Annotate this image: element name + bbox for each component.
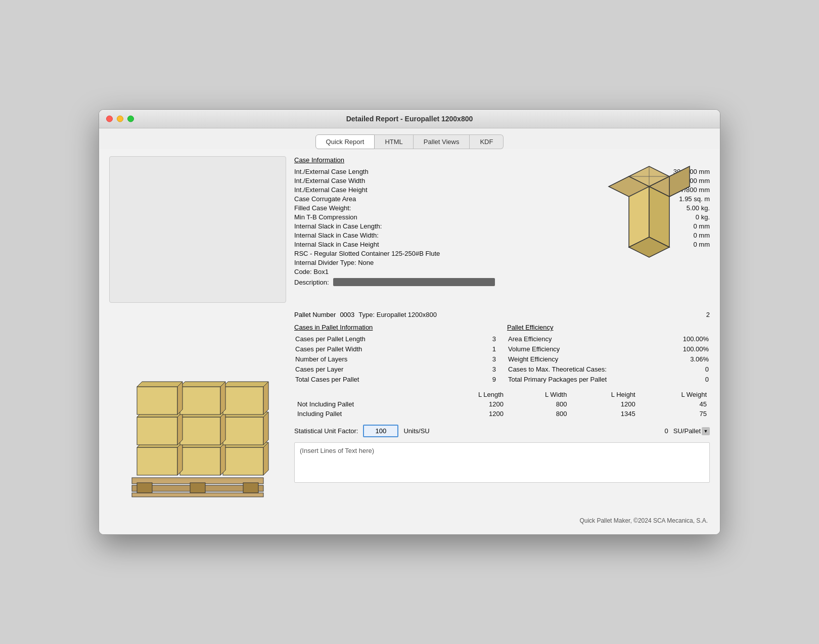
cell-value: 1345 <box>570 409 638 419</box>
chevron-down-icon[interactable]: ▼ <box>702 427 710 435</box>
svg-marker-41 <box>220 382 225 415</box>
col-header <box>294 390 436 399</box>
top-section: Case Information Int./External Case Leng… <box>109 156 710 303</box>
footer-text: Quick Pallet Maker, ©2024 SCA Mecanica, … <box>579 517 708 524</box>
bottom-section: Pallet Number 0003 Type: Europallet 1200… <box>109 311 710 513</box>
field-label: Volume Efficiency <box>508 344 666 353</box>
table-row: Not Including Pallet 1200 800 1200 45 <box>294 399 710 409</box>
field-value: 3 <box>486 334 496 343</box>
efficiency-section: Pallet Efficiency Area Efficiency 100.00… <box>507 324 710 385</box>
table-row: Cases per Pallet Length 3 <box>295 334 496 343</box>
field-value: 9 <box>486 375 496 384</box>
title-bar: Detailed Report - Europallet 1200x800 <box>99 110 720 128</box>
svg-marker-5 <box>649 187 669 247</box>
text-area-placeholder: (Insert Lines of Text here) <box>300 447 374 454</box>
description-row: Description: <box>294 278 710 286</box>
main-window: Detailed Report - Europallet 1200x800 Qu… <box>99 109 720 535</box>
cell-value: 1200 <box>436 409 507 419</box>
pallet-number-value: 0003 <box>340 311 354 318</box>
tab-kdf[interactable]: KDF <box>470 134 504 149</box>
cell-value: 1200 <box>436 399 507 409</box>
svg-rect-26 <box>180 417 220 445</box>
field-value: 3 <box>486 364 496 374</box>
table-row: Cases to Max. Theoretical Cases: 0 <box>508 364 709 374</box>
field-label: Cases to Max. Theoretical Cases: <box>508 364 666 374</box>
svg-marker-40 <box>177 382 183 415</box>
svg-marker-24 <box>263 442 268 475</box>
cell-value: 800 <box>507 399 570 409</box>
stat-unit-row: Statistical Unit Factor: Units/SU 0 SU/P… <box>294 425 710 437</box>
svg-rect-27 <box>223 417 263 445</box>
svg-marker-39 <box>223 382 268 387</box>
two-col-info: Cases in Pallet Information Cases per Pa… <box>294 324 710 385</box>
field-label: Total Cases per Pallet <box>295 375 485 384</box>
minimize-button[interactable] <box>117 116 123 122</box>
field-value: 100.00% <box>667 344 709 353</box>
content-area: Case Information Int./External Case Leng… <box>99 149 720 534</box>
svg-rect-36 <box>223 387 263 415</box>
field-label: Number of Layers <box>295 354 485 363</box>
case-thumbnail <box>109 156 286 303</box>
pallet-type-label: Type: Europallet 1200x800 <box>358 311 437 318</box>
pallet-count-value: 2 <box>706 311 710 318</box>
table-header-row: L Length L Width L Height L Weight <box>294 390 710 399</box>
svg-marker-42 <box>263 382 268 415</box>
svg-rect-12 <box>132 493 263 497</box>
field-label: Internal Slack in Case Length: <box>294 221 544 231</box>
pallet-number-label: Pallet Number <box>294 311 336 318</box>
field-label: Cases per Pallet Width <box>295 344 485 353</box>
svg-marker-32 <box>220 412 225 445</box>
tab-quick-report[interactable]: Quick Report <box>315 134 375 149</box>
svg-rect-16 <box>137 447 177 475</box>
field-label: Min T-B Compression <box>294 212 544 221</box>
svg-marker-37 <box>137 382 183 387</box>
pallet-image-container <box>109 311 286 513</box>
dimensions-table: L Length L Width L Height L Weight Not I… <box>294 390 710 419</box>
units-su-value: 0 <box>665 427 668 435</box>
field-label: Area Efficiency <box>508 334 666 343</box>
cell-value: 75 <box>639 409 710 419</box>
pallet-information-panel: Pallet Number 0003 Type: Europallet 1200… <box>294 311 710 513</box>
col-header-lweight: L Weight <box>639 390 710 399</box>
units-su-label: Units/SU <box>403 427 429 435</box>
field-label: Cases per Pallet Length <box>295 334 485 343</box>
cell-value: 1200 <box>570 399 638 409</box>
su-pallet-dropdown[interactable]: SU/Pallet ▼ <box>673 427 710 435</box>
field-label: Case Corrugate Area <box>294 194 544 203</box>
svg-rect-13 <box>137 483 152 493</box>
maximize-button[interactable] <box>127 116 134 122</box>
description-progress-bar <box>333 278 495 286</box>
field-value: 0 <box>667 364 709 374</box>
cell-value: 800 <box>507 409 570 419</box>
svg-rect-25 <box>137 417 177 445</box>
traffic-lights <box>106 116 134 122</box>
col-header-lwidth: L Width <box>507 390 570 399</box>
description-label: Description: <box>294 279 329 286</box>
svg-rect-18 <box>223 447 263 475</box>
pallet-icon <box>117 311 279 513</box>
row-label: Not Including Pallet <box>294 399 436 409</box>
field-label: Int./External Case Height <box>294 185 544 194</box>
svg-marker-22 <box>177 442 183 475</box>
stat-unit-input[interactable] <box>363 425 398 437</box>
table-row: Weight Efficiency 3.06% <box>508 354 709 363</box>
tab-html[interactable]: HTML <box>375 134 413 149</box>
svg-marker-23 <box>220 442 225 475</box>
col-header-llength: L Length <box>436 390 507 399</box>
svg-marker-3 <box>669 166 690 197</box>
field-label: Int./External Case Length <box>294 167 544 176</box>
cases-section-title: Cases in Pallet Information <box>294 324 497 331</box>
table-row: Volume Efficiency 100.00% <box>508 344 709 353</box>
tab-pallet-views[interactable]: Pallet Views <box>414 134 470 149</box>
svg-rect-34 <box>137 387 177 415</box>
close-button[interactable] <box>106 116 113 122</box>
case-information-panel: Case Information Int./External Case Leng… <box>294 156 710 303</box>
cases-table: Cases per Pallet Length 3 Cases per Pall… <box>294 333 497 385</box>
field-label: Internal Slack in Case Width: <box>294 231 544 240</box>
text-insert-area[interactable]: (Insert Lines of Text here) <box>294 442 710 483</box>
field-label: Int./External Case Width <box>294 176 544 185</box>
field-value: 3.06% <box>667 354 709 363</box>
pallet-number-section: Pallet Number 0003 Type: Europallet 1200… <box>294 311 437 318</box>
table-row: Total Cases per Pallet 9 <box>295 375 496 384</box>
svg-marker-31 <box>177 412 183 445</box>
